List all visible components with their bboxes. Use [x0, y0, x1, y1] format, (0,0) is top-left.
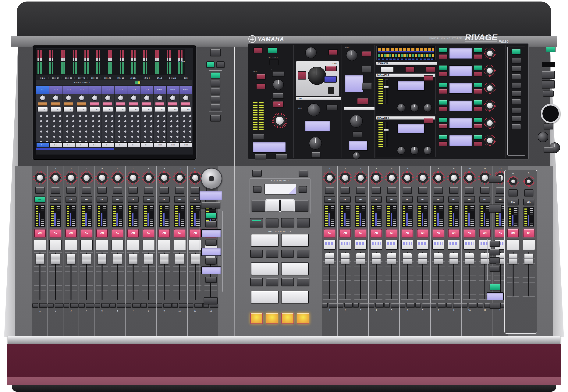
channel-encoder[interactable]: [323, 171, 336, 185]
delay-display-button[interactable]: [362, 51, 372, 57]
phones-select-button[interactable]: [544, 124, 553, 129]
silk-mode-button[interactable]: [326, 105, 338, 110]
screen-fader-value[interactable]: 0.00: [181, 107, 191, 112]
screen-fader-value[interactable]: 0.00: [142, 107, 152, 112]
cue-button[interactable]: [341, 187, 350, 194]
touch-and-turn-encoder[interactable]: [201, 168, 222, 189]
layer-button[interactable]: [216, 61, 224, 68]
fader-cap[interactable]: [387, 253, 396, 264]
screen-channel-strip[interactable]: CH 9 0.00: [140, 85, 153, 142]
screen-channel-header[interactable]: CH 6: [101, 85, 114, 94]
udk-lit-button-1[interactable]: [250, 313, 263, 324]
channel-fader[interactable]: [339, 252, 351, 300]
fader-cap[interactable]: [82, 254, 91, 264]
screen-channel-strip[interactable]: CH 10 0.00: [153, 85, 166, 142]
fader-bank-button[interactable]: [163, 303, 172, 308]
dyn2-threshold-slider[interactable]: [385, 122, 388, 147]
udk-small-button[interactable]: [250, 250, 263, 258]
screen-pan-knob-icon[interactable]: [170, 95, 176, 101]
channel-fader[interactable]: [354, 252, 367, 300]
fader-cap[interactable]: [341, 253, 349, 264]
cue-button[interactable]: [97, 187, 107, 194]
band-bypass-button[interactable]: [474, 141, 483, 146]
band-bypass-button[interactable]: [474, 54, 483, 59]
fader-cap[interactable]: [449, 253, 458, 264]
fader-cap[interactable]: [113, 254, 122, 264]
bank-select-button[interactable]: [211, 96, 220, 102]
dyn2-knob-2[interactable]: [410, 146, 419, 155]
cue-button[interactable]: [449, 187, 458, 194]
fader-flip-button[interactable]: [32, 303, 38, 308]
fader-cap[interactable]: [175, 254, 184, 264]
delay-scale-button[interactable]: [362, 66, 372, 73]
screen-gain-chip[interactable]: [103, 102, 112, 106]
band-on-button[interactable]: [439, 71, 448, 76]
silk-blend-knob[interactable]: [309, 137, 322, 150]
on-button[interactable]: ON: [158, 229, 170, 238]
channel-fader[interactable]: [448, 252, 460, 300]
channel-fader[interactable]: [158, 252, 170, 300]
fader-cap[interactable]: [434, 253, 443, 264]
sel-button[interactable]: SEL: [174, 196, 185, 203]
channel-fader[interactable]: [401, 252, 414, 300]
screen-fader-value[interactable]: 0.00: [103, 107, 113, 112]
screen-gain-chip[interactable]: [181, 102, 190, 106]
bank-tab[interactable]: CH25-36: [62, 77, 75, 79]
monitor-button-1[interactable]: [542, 71, 555, 79]
screen-channel-strip[interactable]: CH 8 0.00: [127, 85, 140, 142]
layer-led-button[interactable]: [206, 61, 215, 68]
fader-flip-button[interactable]: [446, 303, 452, 307]
screen-send-knob-grid[interactable]: [75, 113, 88, 142]
fader-cap[interactable]: [98, 254, 106, 264]
sel-button[interactable]: SEL: [143, 196, 154, 203]
function-button-lit[interactable]: [250, 218, 263, 227]
to-st-b-button[interactable]: [256, 84, 266, 89]
screen-pan-knob-icon[interactable]: [66, 95, 71, 101]
sel-button[interactable]: SEL: [324, 196, 335, 203]
on-button[interactable]: ON: [386, 229, 397, 238]
band-q-button[interactable]: [474, 117, 483, 122]
to-st-a-button[interactable]: [256, 74, 266, 80]
sel-button[interactable]: SEL: [433, 196, 444, 203]
master-on-button[interactable]: ON: [523, 229, 535, 237]
strip-button-2[interactable]: [512, 66, 521, 71]
band-gain-encoder[interactable]: [484, 100, 496, 112]
fader-flip-button[interactable]: [477, 303, 483, 307]
cue-button[interactable]: [403, 187, 412, 194]
udk-small-button[interactable]: [297, 250, 309, 258]
screen-channel-strip[interactable]: CH 3 0.00: [62, 85, 75, 142]
screen-channel-header[interactable]: CH 12: [180, 85, 192, 94]
sel-button[interactable]: SEL: [34, 196, 45, 203]
analog-gain-knob[interactable]: [308, 67, 326, 85]
screen-channel-nameplate[interactable]: CH 7: [114, 142, 127, 147]
screen-channel-nameplate[interactable]: CH 4: [75, 142, 88, 147]
delay-unit-button[interactable]: [362, 83, 372, 90]
bay-bottom-button[interactable]: [204, 297, 218, 304]
fader-bank-button[interactable]: [375, 303, 384, 307]
strip-button-6[interactable]: [512, 99, 521, 105]
fader-flip-button[interactable]: [95, 303, 100, 308]
channel-fader[interactable]: [111, 252, 124, 300]
channel-encoder[interactable]: [354, 171, 368, 185]
phantom-48v-button[interactable]: [298, 71, 306, 80]
fader-flip-button[interactable]: [462, 303, 468, 307]
cue-assign-button[interactable]: [253, 134, 264, 140]
fader-bank-button[interactable]: [117, 303, 125, 308]
fader-flip-button[interactable]: [400, 303, 405, 307]
bank-tab[interactable]: CH61-72: [101, 77, 114, 79]
strip-button-4[interactable]: [512, 82, 521, 88]
sel-button[interactable]: SEL: [66, 196, 76, 203]
udk-small-button[interactable]: [297, 278, 309, 286]
channel-on-button[interactable]: ON: [273, 101, 284, 108]
cue-button[interactable]: [67, 187, 76, 194]
eq-type-button[interactable]: [381, 66, 394, 73]
on-button[interactable]: ON: [96, 229, 108, 238]
screen-send-knob-grid[interactable]: [127, 113, 140, 142]
udk-lit-button-3[interactable]: [281, 313, 294, 324]
screen-channel-header[interactable]: CH 9: [140, 85, 153, 94]
fader-flip-button[interactable]: [384, 303, 390, 307]
bank-select-button-lit[interactable]: [211, 72, 220, 78]
channel-encoder[interactable]: [401, 171, 414, 185]
screen-send-knob-grid[interactable]: [140, 113, 153, 142]
fader-bank-button[interactable]: [469, 303, 477, 307]
